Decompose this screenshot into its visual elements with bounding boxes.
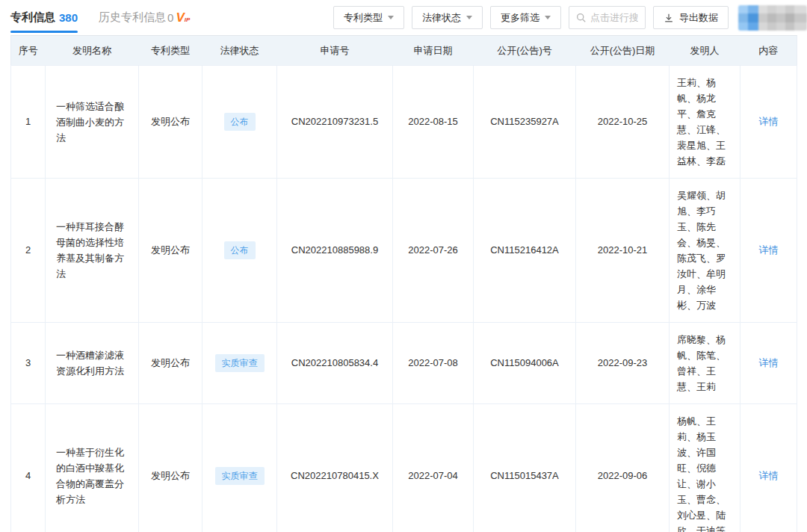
search-icon — [576, 13, 586, 22]
detail-link[interactable]: 详情 — [759, 244, 779, 256]
toolbar: 专利信息 380 历史专利信息 0 VIP 专利类型 法律状态 更多筛选 — [0, 0, 807, 35]
cell-application-no: CN202210780415.X — [277, 404, 393, 532]
column-header-publication-no: 公开(公告)号 — [474, 36, 576, 66]
detail-link[interactable]: 详情 — [759, 116, 779, 127]
search-input[interactable] — [590, 12, 638, 23]
cell-publication-no: CN115216412A — [474, 179, 576, 323]
cell-invention-name: 一种筛选适合酿酒制曲小麦的方法 — [46, 66, 139, 179]
chevron-down-icon — [466, 16, 472, 19]
cell-patent-type: 发明公布 — [139, 179, 202, 323]
patent-type-filter-button[interactable]: 专利类型 — [333, 6, 404, 29]
cell-detail: 详情 — [740, 323, 797, 404]
redacted-block — [738, 5, 807, 31]
cell-application-date: 2022-07-08 — [393, 323, 474, 404]
cell-index: 3 — [11, 323, 46, 404]
cell-detail: 详情 — [740, 179, 797, 323]
table-row: 4 一种基于衍生化的白酒中羧基化合物的高覆盖分析方法 发明公布 实质审查 CN2… — [11, 404, 797, 532]
more-filters-button[interactable]: 更多筛选 — [490, 6, 561, 29]
chevron-down-icon — [545, 16, 551, 19]
cell-application-no: CN202210885988.9 — [277, 179, 393, 323]
cell-invention-name: 一种酒糟渗滤液资源化利用方法 — [46, 323, 139, 404]
tab-history-patent-info-label: 历史专利信息 — [99, 10, 166, 25]
download-icon — [664, 13, 674, 23]
status-badge: 公布 — [224, 113, 256, 131]
cell-publication-date: 2022-10-21 — [576, 179, 670, 323]
table-row: 1 一种筛选适合酿酒制曲小麦的方法 发明公布 公布 CN202210973231… — [11, 66, 797, 179]
cell-publication-no: CN115235927A — [474, 66, 576, 179]
cell-index: 2 — [11, 179, 46, 323]
legal-status-filter-label: 法律状态 — [422, 11, 461, 25]
cell-inventors: 杨帆、王莉、杨玉波、许国旺、倪德让、谢小玉、曹念、刘心昱、陆欣、于迪等 — [670, 404, 740, 532]
cell-invention-name: 一种基于衍生化的白酒中羧基化合物的高覆盖分析方法 — [46, 404, 139, 532]
column-header-patent-type: 专利类型 — [139, 36, 202, 66]
vip-icon: VIP — [176, 11, 190, 24]
cell-publication-no: CN115094006A — [474, 323, 576, 404]
tab-patent-info-label: 专利信息 — [10, 10, 55, 25]
tab-history-patent-info[interactable]: 历史专利信息 0 VIP — [99, 0, 190, 35]
legal-status-filter-button[interactable]: 法律状态 — [412, 6, 483, 29]
table-row: 2 一种拜耳接合酵母菌的选择性培养基及其制备方法 发明公布 公布 CN20221… — [11, 179, 797, 323]
cell-index: 1 — [11, 66, 46, 179]
table-row: 3 一种酒糟渗滤液资源化利用方法 发明公布 实质审查 CN20221080583… — [11, 323, 797, 404]
cell-patent-type: 发明公布 — [139, 66, 202, 179]
cell-patent-type: 发明公布 — [139, 404, 202, 532]
cell-publication-date: 2022-09-06 — [576, 404, 670, 532]
tab-history-patent-info-count: 0 — [167, 11, 173, 24]
column-header-no: 序号 — [11, 36, 46, 66]
cell-detail: 详情 — [740, 404, 797, 532]
cell-inventors: 王莉、杨帆、杨龙平、詹克慧、江锋、裴星旭、王益林、李磊 — [670, 66, 740, 179]
column-header-inventors: 发明人 — [670, 36, 740, 66]
column-header-legal-status: 法律状态 — [202, 36, 277, 66]
cell-inventors: 吴耀领、胡旭、李巧玉、陈先会、杨旻、陈茂飞、罗汝叶、牟明月、涂华彬、万波 — [670, 179, 740, 323]
cell-index: 4 — [11, 404, 46, 532]
export-data-label: 导出数据 — [679, 11, 718, 25]
column-header-application-no: 申请号 — [277, 36, 393, 66]
cell-publication-date: 2022-09-23 — [576, 323, 670, 404]
column-header-invention-name: 发明名称 — [46, 36, 139, 66]
status-badge: 实质审查 — [215, 467, 265, 485]
cell-legal-status: 实质审查 — [202, 323, 277, 404]
table-header: 序号 发明名称 专利类型 法律状态 申请号 申请日期 公开(公告)号 公开(公告… — [11, 36, 797, 66]
cell-application-date: 2022-08-15 — [393, 66, 474, 179]
search-box — [569, 6, 646, 29]
cell-publication-date: 2022-10-25 — [576, 66, 670, 179]
cell-legal-status: 实质审查 — [202, 404, 277, 532]
tab-bar: 专利信息 380 历史专利信息 0 VIP — [10, 0, 190, 35]
chevron-down-icon — [388, 16, 394, 19]
more-filters-label: 更多筛选 — [501, 11, 539, 25]
detail-link[interactable]: 详情 — [759, 470, 779, 481]
cell-legal-status: 公布 — [202, 66, 277, 179]
column-header-content: 内容 — [740, 36, 797, 66]
cell-invention-name: 一种拜耳接合酵母菌的选择性培养基及其制备方法 — [46, 179, 139, 323]
patent-table-wrap: 序号 发明名称 专利类型 法律状态 申请号 申请日期 公开(公告)号 公开(公告… — [0, 35, 807, 532]
cell-application-no: CN202210805834.4 — [277, 323, 393, 404]
cell-inventors: 席晓黎、杨帆、陈笔、曾祥、王慧、王莉 — [670, 323, 740, 404]
detail-link[interactable]: 详情 — [759, 357, 779, 368]
status-badge: 实质审查 — [215, 354, 265, 372]
patent-type-filter-label: 专利类型 — [344, 11, 383, 25]
table-body: 1 一种筛选适合酿酒制曲小麦的方法 发明公布 公布 CN202210973231… — [11, 66, 797, 532]
toolbar-controls: 专利类型 法律状态 更多筛选 — [333, 5, 807, 31]
cell-application-date: 2022-07-26 — [393, 179, 474, 323]
cell-detail: 详情 — [740, 66, 797, 179]
status-badge: 公布 — [224, 241, 256, 259]
column-header-publication-date: 公开(公告)日期 — [576, 36, 670, 66]
column-header-application-date: 申请日期 — [393, 36, 474, 66]
cell-application-date: 2022-07-04 — [393, 404, 474, 532]
cell-patent-type: 发明公布 — [139, 323, 202, 404]
export-data-button[interactable]: 导出数据 — [653, 6, 729, 29]
tab-patent-info[interactable]: 专利信息 380 — [10, 0, 78, 35]
patent-table: 序号 发明名称 专利类型 法律状态 申请号 申请日期 公开(公告)号 公开(公告… — [10, 35, 797, 532]
tab-patent-info-count: 380 — [59, 11, 78, 24]
cell-application-no: CN202210973231.5 — [277, 66, 393, 179]
cell-legal-status: 公布 — [202, 179, 277, 323]
cell-publication-no: CN115015437A — [474, 404, 576, 532]
